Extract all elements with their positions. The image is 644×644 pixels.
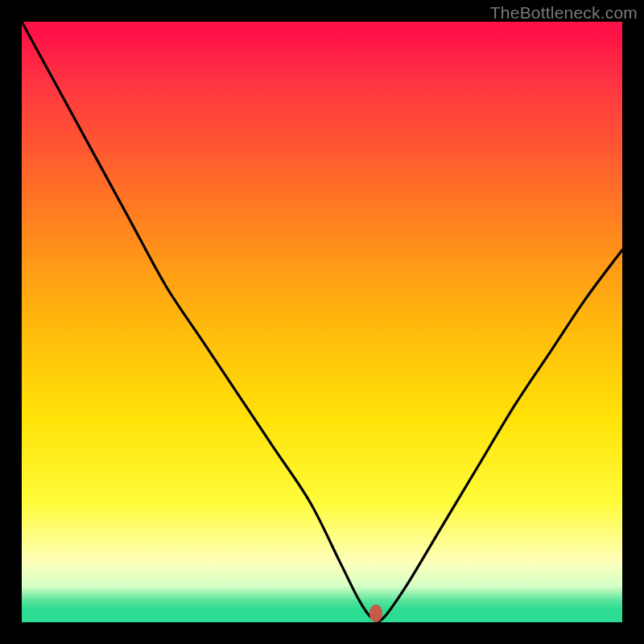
minimum-marker — [369, 605, 382, 622]
bottleneck-curve — [22, 22, 622, 622]
chart-frame: TheBottleneck.com — [0, 0, 644, 644]
watermark-text: TheBottleneck.com — [490, 3, 638, 23]
plot-area — [22, 22, 622, 622]
